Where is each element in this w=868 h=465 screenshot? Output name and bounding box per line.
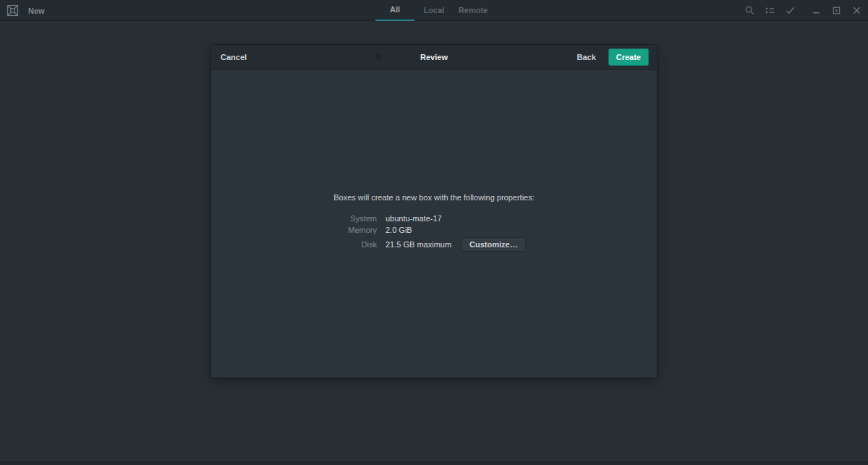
property-value: 21.5 GB maximum Customize… [386,237,657,252]
maximize-icon[interactable] [830,0,842,21]
review-message: Boxes will create a new box with the fol… [333,193,535,202]
minimize-icon[interactable] [810,0,822,21]
property-label: Memory [211,226,377,234]
select-mode-icon[interactable] [784,0,796,21]
property-label: Disk [211,240,377,249]
tab-local[interactable]: Local [414,0,454,21]
window-title: New [28,7,45,15]
header-actions [744,0,868,21]
tab-remote[interactable]: Remote [454,0,493,21]
customize-button[interactable]: Customize… [461,237,526,252]
system-value: ubuntu-mate-17 [386,214,442,223]
new-box-wizard-dialog: Cancel Review Back Create Boxes will cre… [211,45,657,377]
header-left: New [0,0,45,21]
boxes-window: { "window": { "title": "New" }, "topbar"… [0,0,868,465]
create-button[interactable]: Create [608,48,649,66]
tab-all[interactable]: All [375,0,414,21]
memory-value: 2.0 GiB [386,226,412,234]
review-page: Boxes will create a new box with the fol… [211,70,657,377]
cancel-button[interactable]: Cancel [219,50,248,64]
back-button[interactable]: Back [575,50,597,64]
close-icon[interactable] [851,0,862,21]
wizard-header-right: Back Create [575,48,649,66]
disk-value: 21.5 GB maximum [386,240,451,249]
wizard-header: Cancel Review Back Create [211,45,657,70]
property-value: 2.0 GiB [386,226,657,234]
properties-table: System ubuntu-mate-17 Memory 2.0 GiB Dis… [211,214,657,252]
wizard-page-title: Review [420,53,448,61]
spinner [375,54,382,61]
source-tabs: All Local Remote [375,0,493,21]
window-bottom-edge [0,460,868,465]
property-label: System [211,214,377,223]
window-header-bar: New All Local Remote [0,0,868,21]
boxes-app-icon [7,4,19,17]
search-icon[interactable] [744,0,755,21]
list-view-icon[interactable] [764,0,775,21]
property-value: ubuntu-mate-17 [386,214,657,223]
